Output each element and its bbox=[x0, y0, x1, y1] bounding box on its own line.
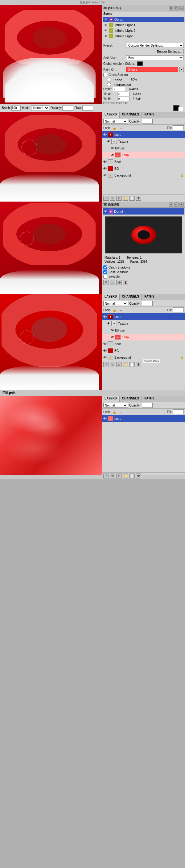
scene-item-light3[interactable]: 👁 ☀ Infinite Light 3 bbox=[103, 33, 184, 39]
layers-btn-mask[interactable]: ◻ bbox=[116, 196, 122, 200]
tab-paths[interactable]: PATHS bbox=[142, 112, 157, 118]
plane-radio[interactable] bbox=[107, 78, 111, 82]
layers4-btn-6[interactable]: 🗑 bbox=[136, 362, 141, 367]
eye-bg-4[interactable]: 👁 bbox=[103, 349, 107, 352]
layer-loop-red-4[interactable]: 👁 ● Loop bbox=[102, 334, 185, 340]
eye-bowl[interactable]: 👁 bbox=[103, 160, 107, 164]
panel-icon-1[interactable]: ≡ bbox=[169, 6, 173, 10]
catch-shadows-checkbox[interactable] bbox=[103, 266, 107, 270]
eye-icon-light1[interactable]: 👁 bbox=[104, 23, 108, 27]
tab-channels-4[interactable]: CHANNELS bbox=[120, 294, 142, 300]
eye-diffuse[interactable]: 👁 bbox=[111, 146, 114, 150]
layers5-btn-1[interactable]: 🔗 bbox=[103, 473, 109, 478]
layer-background[interactable]: 👁 🔒 Background 🔒 bbox=[102, 172, 185, 179]
panel-icon-3[interactable]: × bbox=[180, 6, 184, 10]
layers4-btn-5[interactable]: 📄 bbox=[129, 362, 135, 367]
eye-icon-light2[interactable]: 👁 bbox=[104, 29, 108, 32]
eye-icon-donut[interactable]: 👁 bbox=[104, 18, 108, 21]
tab-layers-4[interactable]: LAYERS bbox=[102, 294, 120, 300]
render-settings-btn[interactable]: Render Settings... bbox=[155, 49, 184, 54]
tab-layers-5[interactable]: LAYERS bbox=[102, 396, 120, 402]
paint-on-dropdown[interactable]: ▼ bbox=[180, 67, 184, 72]
tab-layers[interactable]: LAYERS bbox=[102, 112, 120, 118]
eye-mesh-donut[interactable]: 👁 bbox=[104, 210, 107, 213]
mesh-donut-item[interactable]: 👁 ◆ Donut bbox=[103, 208, 184, 215]
scene-item-light2[interactable]: 👁 ☀ Infinite Light 2 bbox=[103, 28, 184, 33]
eye-bg[interactable]: 👁 bbox=[103, 167, 107, 170]
layer-loop-3d[interactable]: 👁 ◆ Loop bbox=[102, 131, 185, 138]
fill-input-4[interactable]: 100% bbox=[173, 307, 184, 312]
opacity-input-4[interactable]: 100% bbox=[142, 301, 153, 306]
ambient-color-swatch[interactable] bbox=[137, 61, 143, 66]
layer-diffuse[interactable]: 👁 Diffuse bbox=[102, 145, 185, 152]
tab-channels-5[interactable]: CHANNELS bbox=[120, 396, 142, 402]
mesh-btn-4[interactable]: 🗑 bbox=[123, 280, 128, 285]
tab-channels[interactable]: CHANNELS bbox=[120, 112, 142, 118]
eye-loop-red-4[interactable]: 👁 bbox=[111, 335, 114, 339]
blend-mode-select[interactable]: Normal bbox=[103, 119, 128, 124]
layers-btn-fx[interactable]: fx bbox=[110, 196, 115, 200]
scene-item-donut[interactable]: 👁 ◆ Donut bbox=[103, 17, 184, 22]
eye-background-4[interactable]: 👁 bbox=[103, 355, 107, 359]
brush-size-input[interactable] bbox=[11, 105, 21, 111]
flow-input[interactable]: 50% bbox=[82, 105, 93, 111]
panel-icon-2[interactable]: □ bbox=[174, 6, 179, 10]
eye-loop-red[interactable]: 👁 bbox=[111, 153, 114, 157]
layer-loop-fill[interactable]: 👁 ● Loop bbox=[102, 415, 185, 422]
eye-diffuse-4[interactable]: 👁 bbox=[111, 329, 114, 332]
layer-texture-4[interactable]: 👁 ▼ Texture bbox=[102, 320, 185, 327]
layers-btn-group[interactable]: 📁 bbox=[123, 196, 128, 200]
layers4-btn-4[interactable]: 📁 bbox=[123, 362, 128, 367]
tab-paths-4[interactable]: PATHS bbox=[142, 294, 157, 300]
layer-bg-4[interactable]: 👁 BG bbox=[102, 347, 185, 354]
eye-texture-4[interactable]: 👁 bbox=[107, 322, 110, 326]
intersection-radio[interactable] bbox=[107, 83, 111, 87]
mesh-icon-2[interactable]: □ bbox=[174, 203, 179, 207]
opacity-input[interactable]: 50% bbox=[62, 105, 73, 111]
layers-btn-link[interactable]: 🔗 bbox=[103, 196, 109, 200]
blend-select-5[interactable]: Normal bbox=[103, 403, 128, 408]
layer-bowl[interactable]: 👁 Bowl bbox=[102, 158, 185, 165]
cross-section-checkbox[interactable] bbox=[103, 73, 107, 77]
layers4-btn-2[interactable]: fx bbox=[110, 362, 115, 367]
opacity-input-5[interactable]: 100% bbox=[142, 403, 153, 408]
tilta-input[interactable] bbox=[117, 92, 130, 96]
mesh-btn-2[interactable]: 🔄 bbox=[110, 280, 115, 285]
fill-val-input[interactable]: 100% bbox=[173, 125, 184, 130]
mesh-btn-1[interactable]: ⚙ bbox=[103, 280, 109, 285]
paint-on-value[interactable]: Diffuse bbox=[126, 67, 178, 72]
anti-alias-select[interactable]: Best bbox=[126, 55, 184, 60]
invisible-checkbox[interactable] bbox=[103, 275, 107, 279]
layer-texture-folder[interactable]: 👁 ▼ Texture bbox=[102, 138, 185, 145]
scene-item-light1[interactable]: 👁 ☀ Infinite Light 1 bbox=[103, 22, 184, 28]
cast-shadows-checkbox[interactable] bbox=[103, 270, 107, 274]
eye-layer-loop[interactable]: 👁 bbox=[103, 133, 107, 136]
eye-bowl-4[interactable]: 👁 bbox=[103, 342, 107, 346]
blend-select-4[interactable]: Normal bbox=[103, 301, 128, 306]
layers4-btn-3[interactable]: ◻ bbox=[116, 362, 122, 367]
tiltb-input[interactable] bbox=[117, 97, 130, 101]
eye-texture[interactable]: 👁 bbox=[107, 140, 110, 143]
layers5-btn-3[interactable]: ◻ bbox=[116, 473, 122, 478]
layers5-btn-5[interactable]: 📄 bbox=[129, 473, 135, 478]
layers-btn-new[interactable]: 📄 bbox=[129, 196, 135, 200]
layers4-btn-1[interactable]: 🔗 bbox=[103, 362, 109, 367]
preset-select[interactable]: Custom Render Settings... bbox=[126, 43, 184, 48]
eye-loop-4[interactable]: 👁 bbox=[103, 315, 107, 318]
eye-background[interactable]: 👁 bbox=[103, 174, 107, 177]
tab-paths-5[interactable]: PATHS bbox=[142, 396, 157, 402]
mesh-icon-3[interactable]: × bbox=[180, 203, 184, 207]
layer-bg[interactable]: 👁 BG bbox=[102, 165, 185, 172]
layers-btn-delete[interactable]: 🗑 bbox=[136, 196, 141, 200]
eye-icon-light3[interactable]: 👁 bbox=[104, 34, 108, 38]
offset-input[interactable] bbox=[113, 87, 125, 91]
layer-loop-red[interactable]: 👁 ● Loop bbox=[102, 152, 185, 158]
layers5-btn-4[interactable]: 📁 bbox=[123, 473, 128, 478]
layer-diffuse-4[interactable]: 👁 Diffuse bbox=[102, 327, 185, 334]
layer-loop-3d-4[interactable]: 👁 ◆ Loop bbox=[102, 313, 185, 320]
color-swatch-bg[interactable] bbox=[178, 107, 183, 111]
layer-bowl-4[interactable]: 👁 Bowl bbox=[102, 340, 185, 347]
mesh-btn-3[interactable]: ➕ bbox=[116, 280, 122, 285]
mode-select[interactable]: Normal bbox=[31, 105, 49, 111]
fill-input-5[interactable]: 100% bbox=[173, 409, 184, 414]
